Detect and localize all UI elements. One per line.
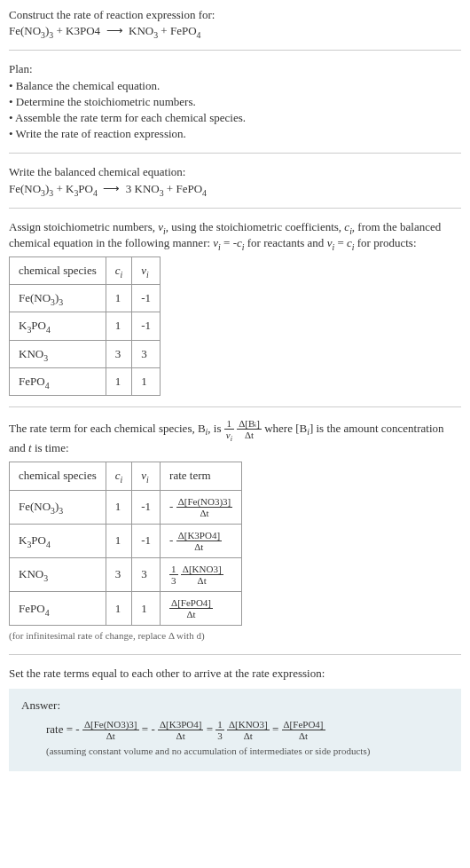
divider bbox=[9, 208, 461, 209]
term4-frac: Δ[FePO4]Δt bbox=[282, 719, 325, 741]
cell-c: 1 bbox=[106, 367, 132, 395]
balanced-section: Write the balanced chemical equation: Fe… bbox=[9, 164, 461, 196]
col-nui: νi bbox=[132, 462, 161, 490]
rate-table: chemical species ci νi rate term Fe(NO3)… bbox=[9, 462, 242, 626]
set-equal-text: Set the rate terms equal to each other t… bbox=[9, 666, 461, 682]
frac-1over-nu: 1νi bbox=[224, 418, 234, 440]
table-row: FePO4 1 1 bbox=[10, 367, 161, 395]
col-nui: νi bbox=[132, 257, 161, 285]
answer-box: Answer: rate = - Δ[Fe(NO3)3]Δt = - Δ[K3P… bbox=[9, 689, 461, 771]
assign-rel1a: = - bbox=[221, 236, 237, 249]
table-header-row: chemical species ci νi rate term bbox=[10, 462, 242, 490]
plan-section: Plan: Balance the chemical equation. Det… bbox=[9, 61, 461, 142]
prompt-equation: Fe(NO3)3 + K3PO4 ⟶ KNO3 + FePO4 bbox=[9, 23, 461, 39]
term1-frac: Δ[Fe(NO3)3]Δt bbox=[82, 719, 139, 741]
set-equal-section: Set the rate terms equal to each other t… bbox=[9, 666, 461, 771]
prompt-section: Construct the rate of reaction expressio… bbox=[9, 7, 461, 39]
cell-nu: -1 bbox=[132, 285, 161, 312]
cell-species: FePO4 bbox=[10, 592, 106, 626]
cell-rate: - Δ[K3PO4]Δt bbox=[161, 524, 242, 557]
table-row: Fe(NO3)3 1 -1 - Δ[Fe(NO3)3]Δt bbox=[10, 490, 242, 524]
cell-c: 1 bbox=[106, 592, 132, 626]
rate-frac: Δ[K3PO4]Δt bbox=[176, 530, 222, 552]
plan-item: Balance the chemical equation. bbox=[9, 78, 461, 94]
rate-frac: Δ[KNO3]Δt bbox=[181, 564, 223, 586]
assign-rel2b: for products: bbox=[354, 236, 416, 249]
rt-t5: is time: bbox=[32, 441, 69, 454]
term1-sign: - bbox=[75, 722, 79, 736]
plan-item: Write the rate of reaction expression. bbox=[9, 126, 461, 142]
divider bbox=[9, 654, 461, 655]
table-row: K3PO4 1 -1 bbox=[10, 312, 161, 340]
cell-species: Fe(NO3)3 bbox=[10, 490, 106, 524]
cell-nu: -1 bbox=[132, 490, 161, 524]
balanced-heading: Write the balanced chemical equation: bbox=[9, 164, 461, 180]
cell-nu: 1 bbox=[132, 592, 161, 626]
coef-frac: 13 bbox=[169, 564, 178, 586]
divider bbox=[9, 406, 461, 407]
cell-c: 1 bbox=[106, 285, 132, 312]
rate-frac: Δ[FePO4]Δt bbox=[169, 597, 213, 619]
assign-rel1b: for reactants and bbox=[245, 236, 327, 249]
cell-c: 1 bbox=[106, 312, 132, 340]
divider bbox=[9, 153, 461, 154]
table-row: KNO3 3 3 13 Δ[KNO3]Δt bbox=[10, 557, 242, 591]
assign-text: Assign stoichiometric numbers, νi, using… bbox=[9, 219, 461, 251]
plan-item: Determine the stoichiometric numbers. bbox=[9, 94, 461, 110]
cell-nu: -1 bbox=[132, 524, 161, 557]
cell-species: K3PO4 bbox=[10, 312, 106, 340]
table-header-row: chemical species ci νi bbox=[10, 257, 161, 285]
sign: - bbox=[169, 533, 173, 546]
assign-t2: , using the stoichiometric coefficients, bbox=[166, 220, 345, 233]
rateterm-section: The rate term for each chemical species,… bbox=[9, 418, 461, 643]
infinitesimal-note: (for infinitesimal rate of change, repla… bbox=[9, 629, 461, 643]
term3-frac: Δ[KNO3]Δt bbox=[227, 719, 270, 741]
plan-item: Assemble the rate term for each chemical… bbox=[9, 110, 461, 126]
rate-frac: Δ[Fe(NO3)3]Δt bbox=[176, 496, 233, 518]
sign: - bbox=[169, 499, 173, 512]
cell-species: KNO3 bbox=[10, 557, 106, 591]
cell-rate: 13 Δ[KNO3]Δt bbox=[161, 557, 242, 591]
assign-section: Assign stoichiometric numbers, νi, using… bbox=[9, 219, 461, 396]
cell-species: FePO4 bbox=[10, 367, 106, 395]
divider bbox=[9, 50, 461, 51]
rt-t1: The rate term for each chemical species,… bbox=[9, 422, 206, 435]
table-row: FePO4 1 1 Δ[FePO4]Δt bbox=[10, 592, 242, 626]
cell-c: 1 bbox=[106, 524, 132, 557]
cell-rate: - Δ[Fe(NO3)3]Δt bbox=[161, 490, 242, 524]
plan-list: Balance the chemical equation. Determine… bbox=[9, 78, 461, 143]
answer-rate-expression: rate = - Δ[Fe(NO3)3]Δt = - Δ[K3PO4]Δt = … bbox=[21, 719, 449, 741]
eq-sign: = bbox=[142, 722, 152, 736]
plan-heading: Plan: bbox=[9, 61, 461, 77]
cell-species: Fe(NO3)3 bbox=[10, 285, 106, 312]
rt-t3: where [B bbox=[264, 422, 307, 435]
cell-nu: -1 bbox=[132, 312, 161, 340]
cell-species: K3PO4 bbox=[10, 524, 106, 557]
cell-nu: 3 bbox=[132, 557, 161, 591]
term2-sign: - bbox=[151, 722, 154, 736]
assign-rel2a: = bbox=[334, 236, 347, 249]
col-rate-term: rate term bbox=[161, 462, 242, 490]
cell-c: 3 bbox=[106, 557, 132, 591]
col-ci: ci bbox=[106, 462, 132, 490]
col-ci: ci bbox=[106, 257, 132, 285]
frac-dBi-dt: Δ[Bᵢ]Δt bbox=[237, 418, 262, 440]
cell-species: KNO3 bbox=[10, 340, 106, 367]
rate-word: rate = bbox=[46, 722, 75, 736]
cell-nu: 1 bbox=[132, 367, 161, 395]
eq-sign: = bbox=[272, 722, 282, 736]
table-row: KNO3 3 3 bbox=[10, 340, 161, 367]
balanced-equation: Fe(NO3)3 + K3PO4 ⟶ 3 KNO3 + FePO4 bbox=[9, 181, 461, 197]
cell-c: 3 bbox=[106, 340, 132, 367]
term2-frac: Δ[K3PO4]Δt bbox=[158, 719, 203, 741]
stoich-table: chemical species ci νi Fe(NO3)3 1 -1 K3P… bbox=[9, 256, 161, 396]
rateterm-text: The rate term for each chemical species,… bbox=[9, 418, 461, 456]
prompt-title: Construct the rate of reaction expressio… bbox=[9, 7, 461, 23]
answer-assumption: (assuming constant volume and no accumul… bbox=[21, 745, 449, 758]
cell-nu: 3 bbox=[132, 340, 161, 367]
term3-coef: 13 bbox=[215, 719, 224, 741]
table-row: Fe(NO3)3 1 -1 bbox=[10, 285, 161, 312]
table-row: K3PO4 1 -1 - Δ[K3PO4]Δt bbox=[10, 524, 242, 557]
col-species: chemical species bbox=[10, 257, 106, 285]
col-species: chemical species bbox=[10, 462, 106, 490]
